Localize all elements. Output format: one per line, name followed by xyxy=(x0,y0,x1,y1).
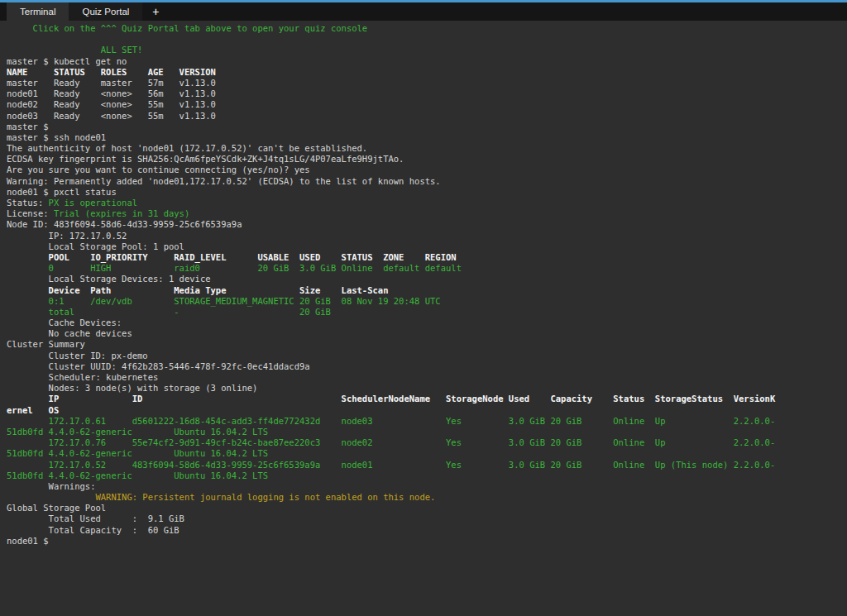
terminal-line: Local Storage Pool: 1 pool xyxy=(7,241,840,252)
terminal-line: IP ID SchedulerNodeName StorageNode Used… xyxy=(7,394,840,404)
terminal-line: master Ready master 57m v1.13.0 xyxy=(7,78,840,88)
terminal-line: 51db0fd 4.4.0-62-generic Ubuntu 16.04.2 … xyxy=(7,427,840,437)
terminal-line: Global Storage Pool xyxy=(7,503,840,513)
terminal-line: Cluster UUID: 4f62b283-5446-478f-92fc-0e… xyxy=(7,361,840,372)
terminal-line: node03 Ready <none> 55m v1.13.0 xyxy=(7,111,840,122)
terminal-line: Total Capacity : 60 GiB xyxy=(7,525,840,536)
terminal-line: ernel OS xyxy=(7,405,840,416)
terminal-line: WARNING: Persistent journald logging is … xyxy=(7,492,840,503)
terminal-line: node01 $ xyxy=(7,536,840,547)
terminal-line: ALL SET! xyxy=(7,45,840,55)
tab-quiz-portal-label: Quiz Portal xyxy=(82,7,129,17)
terminal-line: Click on the ^^^ Quiz Portal tab above t… xyxy=(7,23,840,34)
terminal-line: 172.17.0.76 55e74cf2-9d91-49cf-b24c-bae8… xyxy=(7,437,840,448)
tab-quiz-portal[interactable]: Quiz Portal xyxy=(69,2,142,21)
terminal-line: IP: 172.17.0.52 xyxy=(7,231,840,241)
terminal-line: Local Storage Devices: 1 device xyxy=(7,274,840,284)
tab-terminal[interactable]: Terminal xyxy=(7,2,69,21)
terminal-line: node02 Ready <none> 55m v1.13.0 xyxy=(7,99,840,110)
terminal-line: 51db0fd 4.4.0-62-generic Ubuntu 16.04.2 … xyxy=(7,470,840,481)
terminal-line: The authenticity of host 'node01 (172.17… xyxy=(7,143,840,154)
terminal-line: Total Used : 9.1 GiB xyxy=(7,513,840,524)
terminal-line: Nodes: 3 node(s) with storage (3 online) xyxy=(7,383,840,394)
terminal-line: 0 HIGH raid0 20 GiB 3.0 GiB Online defau… xyxy=(7,263,840,274)
terminal-line: node01 $ pxctl status xyxy=(7,187,840,198)
terminal-line: master $ kubectl get no xyxy=(7,56,840,67)
terminal-line: 0:1 /dev/vdb STORAGE_MEDIUM_MAGNETIC 20 … xyxy=(7,296,840,307)
terminal-line: Warning: Permanently added 'node01,172.1… xyxy=(7,176,840,187)
terminal-line: master $ ssh node01 xyxy=(7,132,840,143)
terminal-line: POOL IO_PRIORITY RAID_LEVEL USABLE USED … xyxy=(7,252,840,263)
terminal-line: node01 Ready <none> 56m v1.13.0 xyxy=(7,88,840,99)
terminal-line: ECDSA key fingerprint is SHA256:QcAm6fpe… xyxy=(7,154,840,165)
tab-terminal-label: Terminal xyxy=(20,7,55,17)
plus-icon: + xyxy=(152,5,159,18)
terminal-line: master $ xyxy=(7,122,840,132)
terminal-line: Node ID: 483f6094-58d6-4d33-9959-25c6f65… xyxy=(7,219,840,230)
terminal-line: total - 20 GiB xyxy=(7,307,840,318)
terminal-line: 172.17.0.52 483f6094-58d6-4d33-9959-25c6… xyxy=(7,460,840,470)
terminal-line: Are you sure you want to continue connec… xyxy=(7,165,840,175)
terminal-output[interactable]: Click on the ^^^ Quiz Portal tab above t… xyxy=(0,21,847,549)
terminal-line: Cluster Summary xyxy=(7,339,840,350)
terminal-line xyxy=(7,34,840,45)
terminal-line: 51db0fd 4.4.0-62-generic Ubuntu 16.04.2 … xyxy=(7,448,840,459)
terminal-line: Status: PX is operational xyxy=(7,198,840,208)
terminal-line: License: Trial (expires in 31 days) xyxy=(7,208,840,219)
terminal-line: Warnings: xyxy=(7,481,840,492)
terminal-line: Cache Devices: xyxy=(7,318,840,328)
terminal-line: No cache devices xyxy=(7,328,840,339)
terminal-line: Scheduler: kubernetes xyxy=(7,372,840,383)
terminal-line: NAME STATUS ROLES AGE VERSION xyxy=(7,67,840,78)
new-tab-button[interactable]: + xyxy=(142,2,169,21)
terminal-line: 172.17.0.61 d5601222-16d8-454c-add3-ff4d… xyxy=(7,416,840,427)
terminal-line: Device Path Media Type Size Last-Scan xyxy=(7,285,840,296)
tab-bar: Terminal Quiz Portal + xyxy=(0,2,847,21)
terminal-line: Cluster ID: px-demo xyxy=(7,351,840,361)
